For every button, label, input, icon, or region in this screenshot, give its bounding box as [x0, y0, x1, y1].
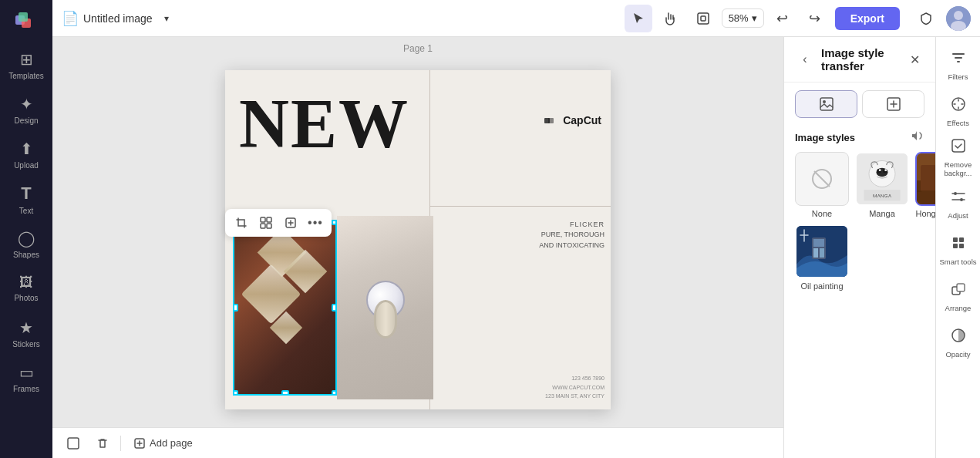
panel-header: ‹ Image style transfer ✕ [784, 37, 935, 83]
style-item-none[interactable]: None [795, 152, 849, 218]
svg-point-41 [879, 169, 881, 171]
page-label: Page 1 [403, 43, 433, 54]
more-options-button[interactable]: ••• [304, 212, 327, 234]
zoom-control[interactable]: 58% ▾ [722, 8, 764, 28]
svg-rect-4 [701, 16, 706, 21]
style-grid: None [784, 152, 935, 291]
svg-text:MANGA: MANGA [873, 194, 892, 199]
layout-tool-button[interactable] [254, 212, 278, 234]
volume-icon[interactable] [911, 129, 924, 146]
selected-image-element[interactable]: ↺ [233, 220, 337, 396]
svg-rect-12 [261, 224, 265, 228]
pure-text: PURE, THOROUGH [539, 230, 605, 241]
handle-middle-left[interactable] [233, 304, 238, 312]
select-tool-button[interactable] [625, 5, 652, 32]
svg-rect-27 [959, 244, 964, 248]
sidebar-item-photos[interactable]: 🖼 Photos [3, 267, 49, 310]
style-thumb-none [795, 152, 849, 206]
style-item-oil-painting[interactable]: Oil painting [795, 224, 849, 291]
topbar: 📄 Untitled image ▾ 58% ▾ ↩ ↪ Export [52, 0, 980, 37]
svg-rect-9 [548, 118, 554, 123]
redo-button[interactable]: ↪ [801, 5, 829, 32]
svg-rect-21 [952, 140, 965, 152]
panel-title: Image style transfer [821, 46, 898, 72]
svg-rect-31 [820, 98, 833, 110]
handle-bottom-right[interactable] [332, 390, 337, 396]
delete-page-button[interactable] [91, 432, 114, 455]
adjust-item[interactable]: Adjust [938, 182, 978, 225]
shield-button[interactable] [912, 5, 940, 32]
panel-toggle-row [784, 83, 935, 126]
ring-visual [351, 273, 420, 342]
style-label-oil-painting: Oil painting [800, 281, 843, 291]
style-thumb-manga: MANGA [855, 152, 909, 206]
design-icon: ✦ [20, 95, 33, 113]
opacity-item[interactable]: Opacity [938, 321, 978, 364]
svg-rect-3 [698, 13, 709, 24]
hand-tool-button[interactable] [657, 5, 685, 32]
ring-image[interactable] [337, 216, 433, 399]
panel-close-button[interactable]: ✕ [904, 49, 924, 69]
mask-tool-button[interactable] [279, 212, 302, 234]
sidebar-item-upload[interactable]: ⬆ Upload [3, 133, 49, 176]
avatar[interactable] [946, 6, 971, 31]
handle-bottom-left[interactable] [233, 390, 238, 396]
topbar-right [912, 5, 971, 32]
upload-icon: ⬆ [20, 140, 33, 158]
right-icon-column: Filters Effects Remove backgr... Adjust … [935, 37, 980, 458]
file-info: 📄 Untitled image ▾ [62, 9, 176, 28]
adjust-icon [950, 188, 967, 209]
sidebar-item-frames[interactable]: ▭ Frames [3, 356, 49, 399]
more-icon: ••• [308, 216, 323, 230]
photos-icon: 🖼 [19, 274, 33, 291]
effects-icon [950, 96, 967, 116]
effects-item[interactable]: Effects [938, 89, 978, 133]
element-toolbar: ••• [225, 209, 332, 237]
filters-item[interactable]: Filters [938, 43, 978, 86]
title-dropdown-button[interactable]: ▾ [157, 9, 176, 28]
svg-rect-25 [959, 237, 964, 242]
export-button[interactable]: Export [835, 7, 900, 30]
close-icon: ✕ [910, 52, 920, 67]
svg-rect-11 [267, 217, 271, 222]
sidebar-item-templates[interactable]: ⊞ Templates [3, 43, 49, 86]
canvas-new-text: NEW [239, 84, 409, 163]
sidebar-item-design[interactable]: ✦ Design [3, 88, 49, 131]
style-label-none: None [812, 209, 832, 218]
sidebar-item-stickers[interactable]: ★ Stickers [3, 312, 49, 355]
canvas-right-text: FLICKER PURE, THOROUGH AND INTOXICATING [539, 220, 605, 251]
app-logo[interactable] [11, 6, 42, 37]
topbar-tools: 58% ▾ ↩ ↪ [625, 5, 829, 32]
add-page-button[interactable]: Add page [127, 434, 199, 453]
toggle-button-1[interactable] [795, 90, 857, 118]
frame-tool-button[interactable] [689, 5, 717, 32]
handle-middle-right[interactable] [332, 304, 337, 312]
opacity-label: Opacity [945, 350, 970, 359]
address-text: 123 MAIN ST, ANY CITY [545, 392, 605, 400]
smart-tools-icon [950, 234, 967, 255]
page-thumbnail-button[interactable] [62, 432, 85, 455]
toggle-button-2[interactable] [862, 90, 924, 118]
svg-line-35 [814, 171, 830, 187]
svg-rect-13 [267, 224, 271, 228]
capcut-label: CapCut [563, 114, 601, 126]
arrange-item[interactable]: Arrange [938, 274, 978, 318]
handle-bottom-middle[interactable] [281, 390, 289, 396]
style-item-manga[interactable]: MANGA Manga [855, 152, 909, 218]
canvas-page[interactable]: NEW CapCut FLICKER PURE, THOROUGH AND IN… [225, 70, 611, 409]
undo-button[interactable]: ↩ [769, 5, 796, 32]
zoom-chevron: ▾ [752, 12, 757, 24]
sidebar-item-text[interactable]: T Text [3, 177, 49, 221]
smart-tools-label: Smart tools [939, 258, 976, 266]
sidebar-item-shapes[interactable]: ◯ Shapes [3, 222, 49, 265]
crop-tool-button[interactable] [230, 212, 253, 234]
handle-top-right[interactable] [332, 220, 337, 225]
stickers-icon: ★ [19, 318, 33, 337]
add-page-label: Add page [150, 437, 193, 449]
shapes-icon: ◯ [18, 229, 35, 248]
panel-back-button[interactable]: ‹ [795, 49, 815, 69]
smart-tools-item[interactable]: Smart tools [938, 228, 978, 271]
remove-background-item[interactable]: Remove backgr... [938, 136, 978, 179]
canvas-area: Page 1 NEW CapCut FLICKER PURE, THOROUGH… [52, 37, 783, 427]
style-label-manga: Manga [869, 209, 895, 218]
